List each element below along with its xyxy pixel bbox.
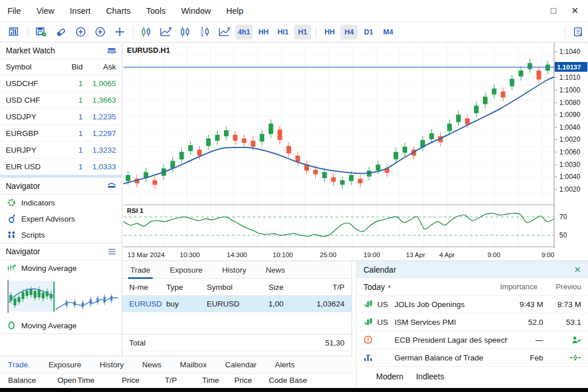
market-watch-row[interactable]: EUR USD11,0333: [0, 158, 122, 175]
bar-chart-icon[interactable]: [177, 25, 194, 40]
navigator-panel: Navigator IndicatorsExpert AdvisorsScrip…: [0, 178, 122, 243]
market-watch-row[interactable]: USDCHF11,0065: [0, 75, 122, 92]
close-button[interactable]: ✕: [571, 6, 579, 15]
symbol-cell: USD CHF: [6, 96, 57, 104]
toolbox-tab-history[interactable]: History: [100, 360, 124, 369]
menu-item-help[interactable]: Help: [226, 6, 243, 15]
column-type[interactable]: Type: [167, 283, 207, 292]
toolbox-tab-trade[interactable]: Trade.: [8, 360, 30, 369]
column-symbol[interactable]: Symbol: [6, 63, 57, 71]
save-chart-icon[interactable]: [33, 25, 50, 40]
crosshair-icon[interactable]: [111, 25, 128, 40]
toolbox-column-time[interactable]: Time: [78, 376, 95, 385]
time-tick: 25:00: [320, 251, 336, 258]
maximize-button[interactable]: □: [551, 6, 556, 15]
market-watch-row[interactable]: EURGBP11,2297: [0, 125, 122, 142]
market-watch-row[interactable]: EURJPY11,3232: [0, 142, 122, 158]
column-importance[interactable]: Importance: [500, 282, 537, 291]
dots-icon: [543, 354, 581, 361]
rsi-level-label: 50: [559, 231, 567, 239]
column-bid[interactable]: Bid: [57, 63, 83, 71]
tf-m4-button[interactable]: M4: [380, 25, 397, 40]
market-watch-icon[interactable]: [107, 47, 116, 54]
column-ask[interactable]: Ask: [83, 63, 116, 71]
tf-4h1-button[interactable]: 4h1: [235, 25, 253, 40]
menu-item-window[interactable]: Window: [181, 6, 211, 15]
navigator-item-scripts[interactable]: Scripts: [0, 227, 122, 243]
tf-hh-button[interactable]: HH: [255, 25, 272, 40]
calendar-event-row[interactable]: USISM Services PMI52.053.1: [357, 313, 588, 331]
column-tp[interactable]: T/P: [299, 283, 345, 292]
moving-average-label: Moving Average: [21, 264, 77, 273]
ask-cell: 1,3232: [83, 146, 116, 154]
calendar-event-row[interactable]: German Balance of TradeFeb: [357, 349, 588, 367]
tf-h1-button[interactable]: H1: [294, 25, 311, 40]
new-chart-icon[interactable]: [6, 25, 23, 40]
toolbox-column-code-base[interactable]: Code Base: [269, 376, 307, 385]
navigator-items: IndicatorsExpert AdvisorsScripts: [0, 195, 122, 243]
tab-history[interactable]: History: [222, 261, 246, 279]
menu-item-file[interactable]: File: [7, 6, 21, 15]
candlestick-green-icon[interactable]: [138, 25, 155, 40]
today-dropdown[interactable]: Today: [363, 282, 385, 292]
event-importance: 9:43 M: [508, 300, 543, 309]
moving-average-item[interactable]: Moving Average: [0, 260, 122, 276]
calendar-footer-tab-indleets[interactable]: Indleets: [416, 372, 444, 381]
zoom-in-icon[interactable]: [72, 25, 89, 40]
close-icon[interactable]: ✕: [574, 265, 581, 275]
toolbox-tab-exposure[interactable]: Exposure: [49, 360, 82, 369]
line-chart-add-2-icon[interactable]: [216, 25, 233, 40]
menu-item-tools[interactable]: Tools: [146, 6, 166, 15]
cal-bars-icon: [363, 354, 377, 362]
tf-hh2-button[interactable]: HH: [321, 25, 338, 40]
toolbox-column-balance[interactable]: Balance: [8, 376, 36, 385]
hamburger-icon[interactable]: [108, 249, 116, 255]
toolbox-tab-mailbox[interactable]: Mailbox: [180, 360, 207, 369]
tab-trade[interactable]: Trade: [130, 261, 150, 279]
trade-row[interactable]: EURUSDbuyEURUSD1,001,03624: [122, 296, 351, 312]
calendar-title: Calendar: [363, 265, 396, 274]
app-window: FileViewInsertChartsToolsWindowHelp □ ✕ …: [0, 0, 588, 392]
tf-h4-button[interactable]: H4: [341, 25, 358, 40]
column-previous[interactable]: Previou: [537, 282, 581, 291]
toolbox-column-price[interactable]: Price: [122, 376, 140, 385]
tab-exposure[interactable]: Exposure: [170, 261, 203, 279]
navigator-icon[interactable]: [107, 183, 116, 189]
cal-candles-icon: [363, 317, 377, 327]
tf-hi1-button[interactable]: HI1: [274, 25, 292, 40]
toolbox-column-price[interactable]: Price: [234, 376, 252, 385]
menu-item-view[interactable]: View: [36, 6, 54, 15]
market-watch-row[interactable]: USD CHF11,3663: [0, 92, 122, 108]
tab-news[interactable]: News: [266, 261, 285, 279]
price-chart[interactable]: EURUSD.H1RSI 11:10401:10101:10001:00801:…: [122, 42, 588, 261]
eraser-icon[interactable]: [52, 25, 69, 40]
toolbox-column-open[interactable]: Open: [57, 376, 76, 385]
tf-d1-button[interactable]: D1: [360, 25, 377, 40]
market-watch-row[interactable]: USDJPY11,2235: [0, 108, 122, 125]
calendar-event-row[interactable]: ECB President Lagar deś speech—: [357, 331, 588, 349]
menu-item-insert[interactable]: Insert: [70, 6, 91, 15]
calendar-footer-tab-modern[interactable]: Modern: [376, 372, 403, 381]
toolbox-column-time[interactable]: Time: [202, 376, 219, 385]
toolbox-tab-calendar[interactable]: Calendar: [225, 360, 257, 369]
symbol-cell: EURGBP: [6, 129, 57, 138]
column-size[interactable]: Size: [269, 283, 299, 292]
clipboard-icon[interactable]: [570, 25, 587, 40]
chart-panel[interactable]: EURUSD.H1RSI 11:10401:10101:10001:00801:…: [122, 42, 588, 261]
column-name[interactable]: N-me: [129, 283, 167, 292]
candle-chart-icon[interactable]: [196, 25, 214, 40]
menu-item-charts[interactable]: Charts: [106, 6, 131, 15]
toolbox-tab-news[interactable]: News: [142, 360, 162, 369]
toolbox-columns: BalanceOpenTimePriceT/PTimePriceCode Bas…: [0, 373, 352, 388]
moving-average-item-2[interactable]: Moving Average: [0, 317, 122, 333]
navigator-item-indicators[interactable]: Indicators: [0, 195, 122, 211]
toolbox-tab-alerts[interactable]: Alerts: [275, 360, 295, 369]
navigator-item-expert-advisors[interactable]: Expert Advisors: [0, 211, 122, 227]
toolbox-column-t/p[interactable]: T/P: [165, 376, 177, 385]
chevron-down-icon[interactable]: ▾: [388, 283, 391, 290]
column-symbol[interactable]: Symbol: [207, 283, 269, 292]
market-watch-scrollbar[interactable]: [0, 175, 122, 177]
zoom-out-icon[interactable]: [91, 25, 109, 40]
calendar-event-row[interactable]: USJOLIs Job Openings9:43 M8:73 M: [357, 296, 588, 313]
line-chart-add-icon[interactable]: [157, 25, 175, 40]
